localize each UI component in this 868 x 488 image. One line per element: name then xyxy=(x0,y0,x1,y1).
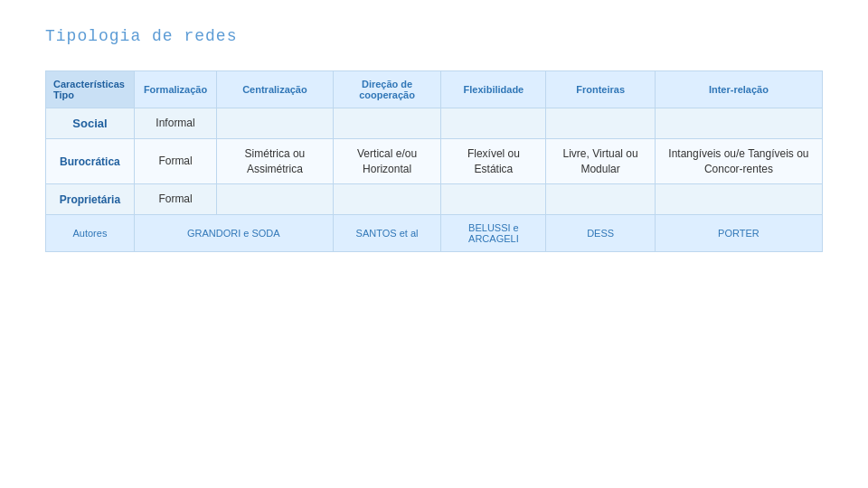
interrelacao-social xyxy=(655,108,822,139)
autores-label: Autores xyxy=(46,215,135,252)
fronteiras-social xyxy=(546,108,655,139)
fronteiras-proprietaria xyxy=(546,184,655,215)
interrelacao-proprietaria xyxy=(655,184,822,215)
direcao-proprietaria xyxy=(333,184,441,215)
header-direcao: Direção de cooperação xyxy=(333,71,441,108)
table-row-burocratica: Burocrática Formal Simétrica ou Assimétr… xyxy=(46,138,823,184)
autores-porter: PORTER xyxy=(655,215,822,252)
header-centralizacao: Centralização xyxy=(217,71,333,108)
table-row-proprietaria: Proprietária Formal xyxy=(46,184,823,215)
fronteiras-burocratica: Livre, Virtual ou Modular xyxy=(546,138,655,184)
flexibilidade-burocratica: Flexível ou Estática xyxy=(441,138,546,184)
centralizacao-proprietaria xyxy=(217,184,333,215)
header-formalizacao: Formalização xyxy=(134,71,216,108)
header-characteristics: Características Tipo xyxy=(46,71,135,108)
network-typology-table: Características Tipo Formalização Centra… xyxy=(45,70,823,252)
autores-grandori: GRANDORI e SODA xyxy=(134,215,333,252)
centralizacao-social xyxy=(217,108,333,139)
flexibilidade-proprietaria xyxy=(441,184,546,215)
tipo-burocratica: Burocrática xyxy=(46,138,135,184)
table-row-social: Social Informal xyxy=(46,108,823,139)
page-container: Tipologia de redes Características Tipo … xyxy=(0,0,868,279)
direcao-social xyxy=(333,108,441,139)
table-row-autores: Autores GRANDORI e SODA SANTOS et al BEL… xyxy=(46,215,823,252)
header-flexibilidade: Flexibilidade xyxy=(441,71,546,108)
tipo-social: Social xyxy=(46,108,135,139)
centralizacao-burocratica: Simétrica ou Assimétrica xyxy=(217,138,333,184)
header-interrelacao: Inter-relação xyxy=(655,71,822,108)
autores-santos: SANTOS et al xyxy=(333,215,441,252)
flexibilidade-social xyxy=(441,108,546,139)
interrelacao-burocratica: Intangíveis ou/e Tangíveis ou Concor-ren… xyxy=(655,138,822,184)
autores-dess: DESS xyxy=(546,215,655,252)
page-title: Tipologia de redes xyxy=(45,27,823,45)
formalizacao-burocratica: Formal xyxy=(134,138,216,184)
direcao-burocratica: Vertical e/ou Horizontal xyxy=(333,138,441,184)
formalizacao-proprietaria: Formal xyxy=(134,184,216,215)
tipo-proprietaria: Proprietária xyxy=(46,184,135,215)
header-fronteiras: Fronteiras xyxy=(546,71,655,108)
formalizacao-social: Informal xyxy=(134,108,216,139)
autores-belussi: BELUSSI e ARCAGELI xyxy=(441,215,546,252)
